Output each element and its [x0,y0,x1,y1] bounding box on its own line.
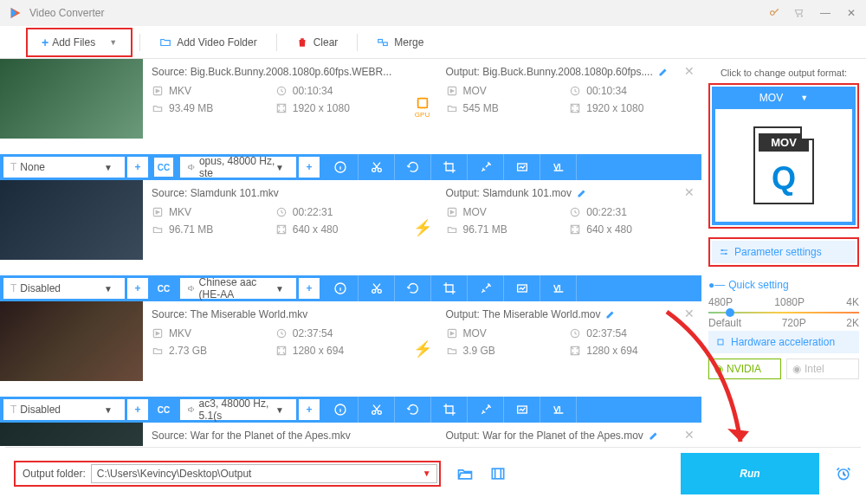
audio-select[interactable]: Chinese aac (HE-AA▼ [180,278,296,299]
format-stat: MKV [152,327,275,339]
audio-select[interactable]: ac3, 48000 Hz, 5.1(s▼ [180,399,296,420]
add-audio-button[interactable]: + [299,399,320,420]
control-bar: TNone▼+CCopus, 48000 Hz, ste▼+ [0,154,701,180]
parameter-settings-button[interactable]: Parameter settings [712,241,856,263]
control-bar: TDisabled▼+CCac3, 48000 Hz, 5.1(s▼+ [0,397,701,423]
svg-rect-5 [417,98,427,107]
cut-icon[interactable] [359,154,395,180]
file-list: Source: Big.Buck.Bunny.2008.1080p.60fps.… [0,59,701,446]
format-selector[interactable]: MOV▼ MOV Q [712,87,856,225]
subtitle-icon[interactable] [540,275,577,301]
effect-icon[interactable] [468,154,504,180]
nvidia-badge: ◉NVIDIA [708,359,781,379]
cc-button[interactable]: CC [153,399,174,420]
subtitle-icon[interactable] [540,154,577,180]
main: Source: Big.Buck.Bunny.2008.1080p.60fps.… [0,59,866,446]
add-audio-button[interactable]: + [299,157,320,178]
watermark-icon[interactable] [504,397,540,423]
pencil-icon[interactable] [577,188,587,198]
output-column: ✕Output: Slamdunk 101.movMOV00:22:3196.7… [437,180,702,275]
add-subtitle-button[interactable]: + [127,399,148,420]
format-preview: MOV Q [715,109,852,222]
control-bar: TDisabled▼+CCChinese aac (HE-AA▼+ [0,275,701,301]
output-label: Output: The Miserable World.mov [446,308,694,320]
add-files-button[interactable]: + Add Files ▼ [29,31,129,54]
run-button[interactable]: Run [681,453,819,494]
conversion-icon: ⚡ [408,180,437,275]
video-thumbnail[interactable] [0,423,143,446]
info-icon[interactable] [322,275,359,301]
info-icon[interactable] [322,397,359,423]
format-stat: MKV [152,206,275,218]
subtitle-select[interactable]: TNone▼ [3,157,125,178]
film-icon[interactable] [489,465,507,482]
crop-icon[interactable] [431,154,468,180]
quick-setting-label: ●—Quick setting [708,279,859,291]
add-files-label: Add Files [52,36,95,48]
cut-icon[interactable] [359,275,395,301]
svg-point-38 [725,253,727,255]
clear-button[interactable]: Clear [284,31,351,54]
cc-button[interactable]: CC [153,278,174,299]
add-subtitle-button[interactable]: + [127,278,148,299]
sidebar: Click to change output format: MOV▼ MOV … [701,59,866,446]
file-row: Source: War for the Planet of the Apes.m… [0,423,701,446]
video-thumbnail[interactable] [0,301,143,381]
open-folder-icon[interactable] [456,465,474,482]
duration-stat: 02:37:54 [275,327,399,339]
close-button[interactable]: ✕ [845,7,857,19]
source-label: Source: War for the Planet of the Apes.m… [152,430,399,442]
hardware-accel-button[interactable]: Hardware acceleration [708,331,859,353]
output-label: Output: Big.Buck.Bunny.2008.1080p.60fps.… [446,66,694,78]
add-audio-button[interactable]: + [299,278,320,299]
chevron-down-icon: ▼ [423,468,431,478]
crop-icon[interactable] [431,275,468,301]
app-logo [9,6,23,20]
key-icon[interactable] [767,7,779,19]
watermark-icon[interactable] [504,154,540,180]
output-column: ✕Output: Big.Buck.Bunny.2008.1080p.60fps… [437,59,702,154]
highlight-parameter: Parameter settings [708,237,859,267]
size-stat: 93.49 MB [152,102,275,114]
footer: Output folder: C:\Users\Kevincy\Desktop\… [5,447,861,499]
cart-icon[interactable] [793,7,805,19]
source-column: Source: Slamdunk 101.mkvMKV00:22:3196.71… [143,180,408,275]
add-subtitle-button[interactable]: + [127,157,148,178]
sliders-icon [719,247,729,257]
cut-icon[interactable] [359,397,395,423]
effect-icon[interactable] [468,397,504,423]
pencil-icon[interactable] [605,309,616,320]
svg-rect-0 [378,39,383,42]
subtitle-select[interactable]: TDisabled▼ [3,278,125,299]
source-label: Source: The Miserable World.mkv [152,308,399,320]
subtitle-select[interactable]: TDisabled▼ [3,399,125,420]
pencil-icon[interactable] [658,67,669,77]
pencil-icon[interactable] [649,430,659,441]
slider-thumb[interactable] [726,308,734,317]
merge-button[interactable]: Merge [365,31,436,54]
folder-plus-icon [159,36,171,48]
video-thumbnail[interactable] [0,180,143,260]
subtitle-icon[interactable] [540,397,577,423]
cc-button[interactable]: CC [153,157,174,178]
source-label: Source: Slamdunk 101.mkv [152,187,399,199]
rotate-icon[interactable] [395,154,431,180]
size-stat: 96.71 MB [152,223,275,236]
alarm-icon[interactable] [835,465,852,482]
audio-select[interactable]: opus, 48000 Hz, ste▼ [180,157,296,178]
svg-rect-1 [384,42,388,46]
chip-icon [715,337,726,347]
effect-icon[interactable] [468,275,504,301]
video-thumbnail[interactable] [0,59,143,139]
rotate-icon[interactable] [395,397,431,423]
merge-icon [377,36,389,48]
add-folder-button[interactable]: Add Video Folder [147,31,269,54]
crop-icon[interactable] [431,397,468,423]
rotate-icon[interactable] [395,275,431,301]
output-column: ✕Output: War for the Planet of the Apes.… [437,423,702,446]
info-icon[interactable] [322,154,359,180]
minimize-button[interactable]: — [819,7,831,19]
quality-slider[interactable]: 480P1080P4K Default720P2K [708,296,859,322]
watermark-icon[interactable] [504,275,540,301]
output-folder-input[interactable]: C:\Users\Kevincy\Desktop\Output ▼ [91,464,437,483]
